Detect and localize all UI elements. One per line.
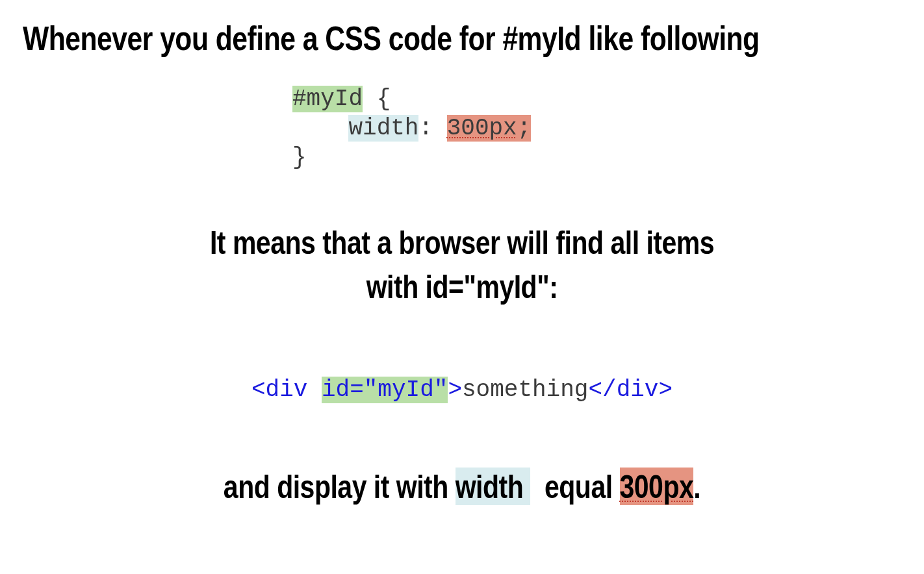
html-gt-open: >	[448, 377, 462, 403]
bottom-pre: and display it with	[224, 468, 456, 505]
bottom-300px-highlight: 300px	[620, 468, 694, 505]
css-line-2: width: 300px;	[292, 114, 531, 143]
html-gt-close: >	[658, 377, 673, 403]
css-line-3: }	[292, 143, 531, 172]
css-colon: :	[418, 115, 446, 142]
heading-bottom: and display it with width equal 300px.	[0, 468, 924, 505]
html-content: something	[462, 377, 588, 403]
css-line-1: #myId {	[292, 84, 531, 114]
css-indent	[292, 115, 348, 142]
html-lt-open: <	[251, 377, 266, 403]
html-lt-close: </	[588, 377, 616, 403]
slide: Whenever you define a CSS code for #myId…	[0, 0, 924, 574]
css-value-wrap: 300px;	[447, 115, 532, 142]
bottom-width-highlight: width	[456, 468, 530, 505]
html-tag-close: div	[617, 377, 659, 403]
bottom-dot: .	[693, 468, 700, 505]
css-selector: #myId	[292, 86, 363, 112]
heading-middle: It means that a browser will find all it…	[0, 221, 924, 308]
heading-top: Whenever you define a CSS code for #myId…	[23, 19, 760, 56]
css-property: width	[348, 115, 418, 142]
html-code-block: <div id="myId">something</div>	[0, 377, 924, 403]
html-space	[307, 377, 322, 403]
css-code-block: #myId { width: 300px; }	[292, 84, 531, 172]
css-brace-open: {	[363, 86, 391, 112]
html-attr: id="myId"	[322, 377, 448, 403]
heading-middle-line1: It means that a browser will find all it…	[0, 221, 924, 265]
css-semicolon: ;	[517, 115, 532, 142]
css-value: 300px	[447, 115, 517, 142]
bottom-mid: equal	[545, 468, 620, 505]
heading-middle-line2: with id="myId":	[0, 265, 924, 309]
html-tag-open: div	[266, 377, 308, 403]
